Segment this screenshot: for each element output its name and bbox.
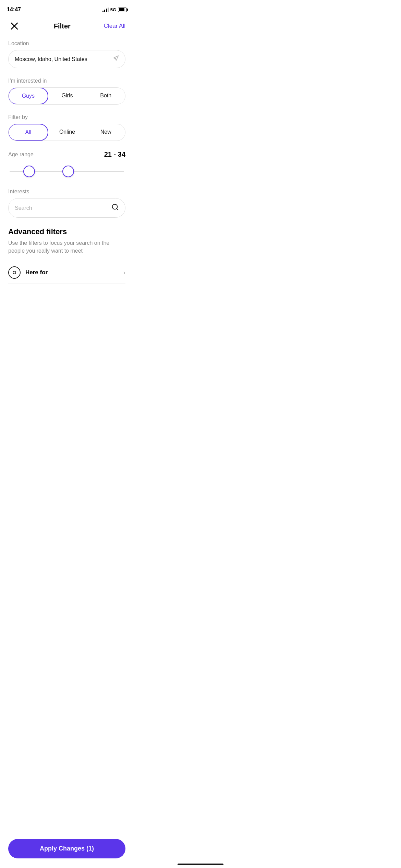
slider-thumb-max[interactable] bbox=[62, 166, 74, 177]
slider-thumb-min[interactable] bbox=[23, 166, 35, 177]
header: Filter Clear All bbox=[0, 16, 134, 38]
search-icon bbox=[111, 203, 119, 213]
filter-by-label: Filter by bbox=[8, 114, 125, 120]
interested-option-both[interactable]: Both bbox=[86, 88, 125, 104]
interested-option-guys[interactable]: Guys bbox=[8, 87, 48, 105]
here-for-label: Here for bbox=[25, 269, 123, 276]
filter-by-section: Filter by All Online New bbox=[8, 114, 125, 141]
status-bar: 14:47 5G bbox=[0, 0, 134, 16]
network-type: 5G bbox=[110, 7, 116, 12]
interests-label: Interests bbox=[8, 189, 125, 195]
interests-section: Interests Search bbox=[8, 189, 125, 218]
location-value: Moscow, Idaho, United States bbox=[15, 56, 113, 62]
location-arrow-icon bbox=[113, 55, 119, 63]
interests-placeholder: Search bbox=[15, 205, 111, 211]
svg-marker-2 bbox=[113, 56, 118, 61]
svg-line-4 bbox=[117, 208, 118, 210]
content: Location Moscow, Idaho, United States I'… bbox=[0, 38, 134, 325]
location-label: Location bbox=[8, 40, 125, 47]
advanced-filters-description: Use the filters to focus your search on … bbox=[8, 239, 125, 255]
filter-by-toggle-group: All Online New bbox=[8, 124, 125, 141]
age-range-label: Age range bbox=[8, 152, 34, 158]
filter-option-new[interactable]: New bbox=[86, 124, 125, 141]
interested-option-girls[interactable]: Girls bbox=[48, 88, 87, 104]
here-for-row[interactable]: Here for › bbox=[8, 262, 125, 284]
advanced-filters-title: Advanced filters bbox=[8, 227, 125, 236]
close-icon bbox=[11, 22, 18, 30]
page-title: Filter bbox=[54, 22, 71, 30]
status-icons: 5G bbox=[102, 7, 127, 12]
signal-bars-icon bbox=[102, 7, 109, 12]
interested-label: I'm interested in bbox=[8, 78, 125, 84]
battery-icon bbox=[118, 8, 127, 12]
here-for-icon bbox=[8, 266, 21, 279]
filter-option-all[interactable]: All bbox=[8, 124, 48, 141]
advanced-filters-section: Advanced filters Use the filters to focu… bbox=[8, 227, 125, 284]
status-time: 14:47 bbox=[7, 7, 21, 13]
location-section: Location Moscow, Idaho, United States bbox=[8, 40, 125, 68]
clear-all-button[interactable]: Clear All bbox=[104, 23, 125, 29]
interests-search-input[interactable]: Search bbox=[8, 198, 125, 218]
close-button[interactable] bbox=[8, 20, 21, 32]
here-for-icon-inner bbox=[13, 271, 16, 274]
chevron-right-icon: › bbox=[123, 269, 125, 276]
age-range-display: 21 - 34 bbox=[104, 150, 125, 158]
location-input[interactable]: Moscow, Idaho, United States bbox=[8, 50, 125, 68]
filter-option-online[interactable]: Online bbox=[48, 124, 87, 141]
age-range-slider[interactable] bbox=[8, 164, 125, 179]
age-range-header: Age range 21 - 34 bbox=[8, 150, 125, 158]
interested-section: I'm interested in Guys Girls Both bbox=[8, 78, 125, 105]
age-range-section: Age range 21 - 34 bbox=[8, 150, 125, 179]
interested-toggle-group: Guys Girls Both bbox=[8, 87, 125, 105]
